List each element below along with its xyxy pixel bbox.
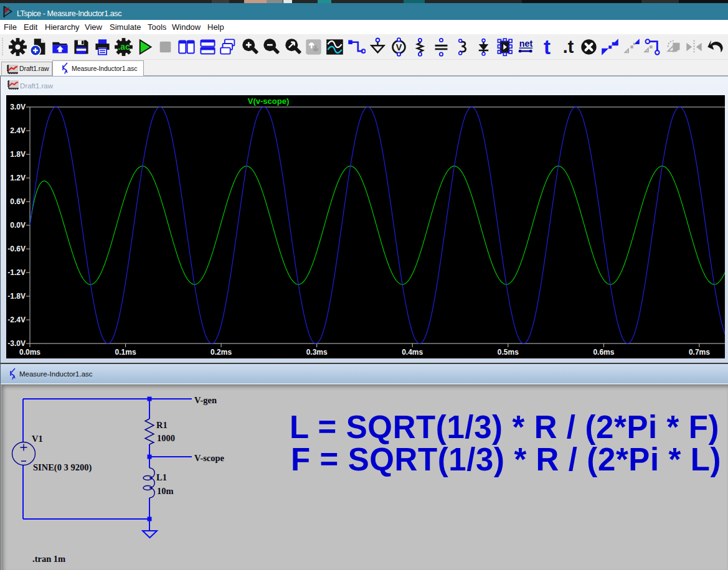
svg-text:t: t [543,37,550,57]
svg-text:.ac: .ac [118,42,130,52]
svg-text:SINE(0 3 9200): SINE(0 3 9200) [33,462,92,473]
svg-text:V: V [395,42,402,52]
svg-text:0.6ms: 0.6ms [593,348,614,357]
svg-text:.tran 1m: .tran 1m [32,554,65,564]
svg-text:0.5ms: 0.5ms [498,348,519,357]
svg-text:-1.8V: -1.8V [7,292,26,301]
svg-text:R1: R1 [156,420,168,430]
svg-text:V-scope: V-scope [194,453,225,463]
svg-text:.t: .t [562,37,574,57]
svg-text:0.0V: 0.0V [10,221,26,230]
svg-text:0.1ms: 0.1ms [115,348,136,357]
svg-text:0.3ms: 0.3ms [306,348,328,357]
svg-text:V1: V1 [32,434,43,444]
svg-text:2.4V: 2.4V [10,126,26,135]
svg-text:0.6V: 0.6V [10,197,26,206]
svg-text:0.2ms: 0.2ms [210,348,232,357]
svg-text:-3.0V: -3.0V [7,339,26,348]
svg-text:1.8V: 1.8V [10,150,26,159]
svg-text:1000: 1000 [157,433,175,443]
svg-text:-2.4V: -2.4V [7,315,26,324]
svg-text:1.2V: 1.2V [10,174,26,182]
svg-text:V(v-scope): V(v-scope) [248,96,289,106]
svg-text:0.7ms: 0.7ms [689,348,710,357]
svg-text:V-gen: V-gen [194,395,217,405]
svg-text:net: net [519,39,532,49]
svg-text:0.4ms: 0.4ms [402,348,423,357]
svg-text:10m: 10m [157,486,174,496]
svg-text:L1: L1 [156,472,167,482]
svg-text:-0.6V: -0.6V [7,245,26,253]
svg-text:-1.2V: -1.2V [7,268,26,277]
svg-text:0.0ms: 0.0ms [19,348,40,357]
svg-text:3.0V: 3.0V [10,103,26,111]
